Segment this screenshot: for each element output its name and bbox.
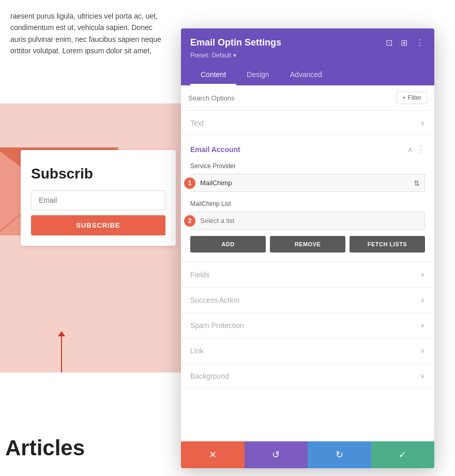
tab-content[interactable]: Content: [190, 65, 236, 85]
settings-modal: Email Optin Settings ⊡ ⊞ ⋮ Preset: Defau…: [181, 28, 434, 468]
success-action-label: Success Action: [190, 296, 239, 304]
redo-button[interactable]: ↻: [308, 441, 371, 468]
email-account-icons: ∧ ⋮: [407, 144, 425, 154]
modal-header-icons: ⊡ ⊞ ⋮: [385, 37, 425, 49]
section-link[interactable]: Link ∨: [181, 338, 434, 364]
preset-selector[interactable]: Preset: Default ▾: [190, 52, 425, 59]
arrow-line: [61, 336, 62, 373]
add-button[interactable]: ADD: [190, 236, 266, 252]
background-chevron-icon: ∨: [420, 373, 425, 380]
modal-header-top: Email Optin Settings ⊡ ⊞ ⋮: [190, 37, 425, 49]
remove-button[interactable]: REMOVE: [270, 236, 345, 252]
link-section-label: Link: [190, 347, 204, 355]
service-provider-select[interactable]: MailChimp Constant Contact AWeber GetRes…: [190, 174, 425, 192]
list-badge: 2: [184, 215, 195, 227]
subscribe-title: Subscrib: [31, 166, 165, 182]
search-bar: + Filter: [181, 85, 434, 111]
more-options-icon[interactable]: ⋮: [415, 37, 425, 49]
tab-design[interactable]: Design: [236, 65, 280, 85]
service-provider-wrapper: 1 MailChimp Constant Contact AWeber GetR…: [190, 174, 425, 192]
modal-title: Email Optin Settings: [190, 37, 281, 48]
fields-chevron-icon: ∨: [420, 271, 425, 278]
spam-protection-label: Spam Protection: [190, 321, 244, 330]
section-success-action[interactable]: Success Action ∨: [181, 288, 434, 313]
arrow-indicator: [58, 331, 65, 373]
email-input[interactable]: [31, 190, 165, 210]
columns-icon[interactable]: ⊞: [400, 37, 408, 49]
list-input-wrapper: 2: [190, 212, 425, 230]
tab-advanced[interactable]: Advanced: [280, 65, 332, 85]
fields-section-label: Fields: [190, 271, 209, 279]
section-spam-protection[interactable]: Spam Protection ∨: [181, 313, 434, 338]
modal-content[interactable]: Text ∨ Email Account ∧ ⋮ Service Provide…: [181, 111, 434, 441]
bg-paragraph: raesent purus ligula, ultricies vel port…: [10, 10, 165, 57]
email-account-body: Service Provider 1 MailChimp Constant Co…: [181, 162, 434, 262]
focus-mode-icon[interactable]: ⊡: [385, 37, 393, 49]
cancel-button[interactable]: ✕: [181, 441, 245, 468]
more-section-icon[interactable]: ⋮: [417, 144, 425, 154]
background-section-label: Background: [190, 372, 229, 380]
action-buttons: ADD REMOVE FETCH LISTS: [190, 236, 425, 252]
email-account-header-left: Email Account: [190, 145, 240, 154]
subscribe-box: Subscrib SUBSCRIBE: [21, 150, 176, 246]
modal-header: Email Optin Settings ⊡ ⊞ ⋮ Preset: Defau…: [181, 28, 434, 85]
modal-footer: ✕ ↺ ↻ ✓: [181, 441, 434, 468]
service-provider-label: Service Provider: [190, 162, 425, 170]
arrow-head: [58, 331, 65, 336]
spam-protection-chevron-icon: ∨: [420, 322, 425, 329]
success-action-chevron-icon: ∨: [420, 296, 425, 304]
reset-button[interactable]: ↺: [245, 441, 308, 468]
section-background[interactable]: Background ∨: [181, 364, 434, 389]
section-fields[interactable]: Fields ∨: [181, 262, 434, 288]
background-text: raesent purus ligula, ultricies vel port…: [0, 0, 176, 67]
articles-heading: Articles: [5, 436, 85, 460]
mailchimp-list-label: MailChimp List: [190, 200, 425, 207]
link-chevron-icon: ∨: [420, 347, 425, 354]
email-account-title: Email Account: [190, 145, 240, 154]
email-account-header[interactable]: Email Account ∧ ⋮: [181, 136, 434, 162]
fetch-lists-button[interactable]: FETCH LISTS: [350, 236, 425, 252]
search-input[interactable]: [188, 94, 343, 102]
service-provider-badge: 1: [184, 177, 195, 189]
email-account-section: Email Account ∧ ⋮ Service Provider 1 Mai…: [181, 136, 434, 262]
subscribe-button[interactable]: SUBSCRIBE: [31, 215, 165, 235]
save-button[interactable]: ✓: [371, 441, 435, 468]
section-text[interactable]: Text ∨: [181, 111, 434, 136]
list-input[interactable]: [190, 212, 425, 230]
collapse-chevron-icon[interactable]: ∧: [407, 145, 413, 154]
modal-tabs: Content Design Advanced: [190, 65, 425, 85]
filter-button[interactable]: + Filter: [397, 92, 427, 104]
text-chevron-icon: ∨: [420, 120, 425, 127]
text-section-label: Text: [190, 119, 204, 127]
